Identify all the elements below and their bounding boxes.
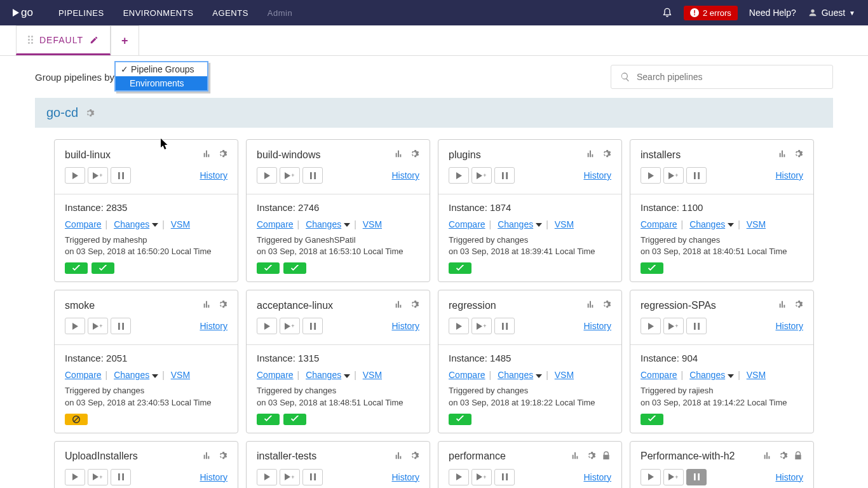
- dropdown-option-pipeline-groups[interactable]: Pipeline Groups: [116, 62, 207, 76]
- analytics-icon[interactable]: [202, 149, 212, 161]
- play-button[interactable]: [257, 167, 277, 184]
- status-pill[interactable]: [641, 262, 663, 274]
- changes-link[interactable]: Changes: [498, 370, 533, 380]
- status-pill[interactable]: [283, 262, 306, 274]
- analytics-icon[interactable]: [586, 149, 596, 161]
- pause-button[interactable]: [494, 318, 515, 334]
- compare-link[interactable]: Compare: [257, 219, 294, 229]
- compare-link[interactable]: Compare: [65, 219, 102, 229]
- gear-icon[interactable]: [601, 299, 611, 311]
- history-link[interactable]: History: [391, 170, 419, 180]
- chevron-down-icon[interactable]: [152, 223, 158, 227]
- analytics-icon[interactable]: [202, 299, 212, 311]
- play-button[interactable]: [641, 167, 661, 184]
- pipeline-name[interactable]: build-windows: [257, 149, 394, 161]
- play-with-options-button[interactable]: +: [471, 469, 492, 485]
- vsm-link[interactable]: VSM: [747, 370, 766, 380]
- gear-icon[interactable]: [601, 149, 611, 161]
- nav-admin[interactable]: Admin: [268, 8, 292, 18]
- pause-button[interactable]: [111, 469, 131, 485]
- play-with-options-button[interactable]: +: [471, 318, 492, 334]
- vsm-link[interactable]: VSM: [747, 219, 766, 229]
- play-with-options-button[interactable]: +: [88, 469, 108, 485]
- compare-link[interactable]: Compare: [65, 370, 102, 380]
- pause-button[interactable]: [302, 318, 323, 334]
- play-button[interactable]: [449, 167, 469, 184]
- vsm-link[interactable]: VSM: [555, 219, 574, 229]
- play-button[interactable]: [65, 469, 85, 485]
- analytics-icon[interactable]: [202, 451, 212, 463]
- history-link[interactable]: History: [775, 321, 803, 331]
- gear-icon[interactable]: [85, 108, 95, 118]
- search-box[interactable]: [611, 65, 833, 89]
- pause-button[interactable]: [494, 167, 515, 184]
- group-by-dropdown[interactable]: Pipeline Groups Environments: [114, 61, 208, 92]
- vsm-link[interactable]: VSM: [171, 219, 190, 229]
- analytics-icon[interactable]: [394, 451, 404, 463]
- pause-button[interactable]: [686, 167, 707, 184]
- chevron-down-icon[interactable]: [536, 374, 542, 378]
- gear-icon[interactable]: [778, 451, 788, 463]
- play-button[interactable]: [449, 469, 469, 485]
- add-tab-button[interactable]: +: [111, 25, 139, 55]
- user-menu[interactable]: Guest ▼: [808, 8, 855, 18]
- compare-link[interactable]: Compare: [641, 370, 677, 380]
- play-button[interactable]: [65, 167, 85, 184]
- dropdown-option-environments[interactable]: Environments: [116, 76, 207, 90]
- analytics-icon[interactable]: [778, 149, 788, 161]
- status-pill[interactable]: [65, 414, 88, 425]
- chevron-down-icon[interactable]: [344, 223, 350, 227]
- changes-link[interactable]: Changes: [114, 370, 149, 380]
- analytics-icon[interactable]: [763, 451, 773, 463]
- history-link[interactable]: History: [775, 472, 803, 482]
- compare-link[interactable]: Compare: [641, 219, 677, 229]
- play-with-options-button[interactable]: +: [663, 318, 684, 334]
- vsm-link[interactable]: VSM: [555, 370, 574, 380]
- history-link[interactable]: History: [583, 170, 611, 180]
- nav-agents[interactable]: AGENTS: [212, 8, 248, 18]
- play-button[interactable]: [449, 318, 469, 334]
- nav-environments[interactable]: ENVIRONMENTS: [123, 8, 194, 18]
- pipeline-name[interactable]: Performance-with-h2: [641, 451, 763, 462]
- compare-link[interactable]: Compare: [257, 370, 294, 380]
- history-link[interactable]: History: [391, 472, 419, 482]
- play-with-options-button[interactable]: +: [663, 469, 684, 485]
- changes-link[interactable]: Changes: [114, 219, 149, 229]
- pipeline-name[interactable]: build-linux: [65, 149, 202, 161]
- status-pill[interactable]: [257, 262, 280, 274]
- vsm-link[interactable]: VSM: [363, 219, 382, 229]
- changes-link[interactable]: Changes: [306, 370, 341, 380]
- bell-icon[interactable]: [662, 8, 672, 18]
- changes-link[interactable]: Changes: [689, 219, 725, 229]
- play-with-options-button[interactable]: +: [280, 469, 300, 485]
- gear-icon[interactable]: [409, 299, 419, 311]
- history-link[interactable]: History: [583, 321, 611, 331]
- play-with-options-button[interactable]: +: [88, 167, 108, 184]
- logo[interactable]: go: [13, 6, 33, 19]
- analytics-icon[interactable]: [394, 149, 404, 161]
- changes-link[interactable]: Changes: [498, 219, 533, 229]
- pipeline-name[interactable]: smoke: [65, 300, 202, 311]
- play-button[interactable]: [65, 318, 85, 334]
- gear-icon[interactable]: [409, 149, 419, 161]
- changes-link[interactable]: Changes: [306, 219, 341, 229]
- play-button[interactable]: [641, 318, 661, 334]
- play-with-options-button[interactable]: +: [280, 167, 300, 184]
- pause-button[interactable]: [302, 469, 323, 485]
- pause-button[interactable]: [494, 469, 515, 485]
- tab-default[interactable]: DEFAULT: [16, 25, 111, 55]
- search-input[interactable]: [637, 72, 824, 82]
- chevron-down-icon[interactable]: [536, 223, 542, 227]
- status-pill[interactable]: [65, 262, 88, 274]
- play-button[interactable]: [641, 469, 661, 485]
- status-pill[interactable]: [283, 414, 306, 425]
- pipeline-name[interactable]: UploadInstallers: [65, 451, 202, 462]
- pencil-icon[interactable]: [90, 36, 98, 44]
- gear-icon[interactable]: [409, 451, 419, 463]
- gear-icon[interactable]: [793, 149, 803, 161]
- status-pill[interactable]: [641, 414, 663, 425]
- gear-icon[interactable]: [217, 149, 227, 161]
- group-name[interactable]: go-cd: [46, 105, 78, 120]
- pipeline-name[interactable]: regression: [449, 300, 586, 311]
- play-with-options-button[interactable]: +: [280, 318, 300, 334]
